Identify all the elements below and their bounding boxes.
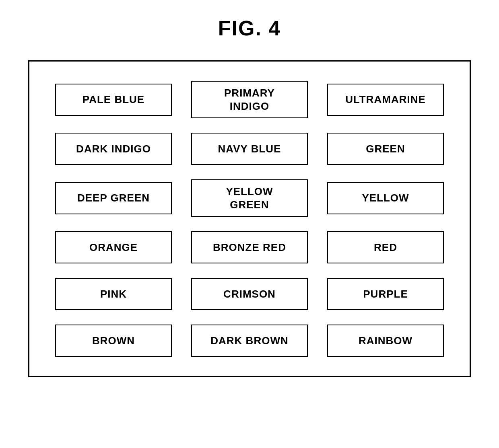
color-cell-2-1: YELLOWGREEN bbox=[181, 172, 318, 224]
color-cell-3-2: RED bbox=[318, 224, 454, 271]
color-label-2-0: DEEP GREEN bbox=[77, 191, 150, 205]
color-box-2-1[interactable]: YELLOWGREEN bbox=[191, 179, 308, 217]
color-label-1-1: NAVY BLUE bbox=[218, 142, 281, 156]
color-label-1-0: DARK INDIGO bbox=[76, 142, 151, 156]
color-box-4-0[interactable]: PINK bbox=[55, 278, 172, 310]
page-title: FIG. 4 bbox=[218, 16, 281, 40]
color-box-1-2[interactable]: GREEN bbox=[327, 133, 444, 165]
color-cell-2-2: YELLOW bbox=[318, 172, 454, 224]
color-box-4-2[interactable]: PURPLE bbox=[327, 278, 444, 310]
color-cell-1-0: DARK INDIGO bbox=[45, 125, 181, 172]
color-cell-4-1: CRIMSON bbox=[181, 271, 318, 317]
color-box-0-2[interactable]: ULTRAMARINE bbox=[327, 84, 444, 116]
color-label-5-2: RAINBOW bbox=[359, 334, 412, 347]
color-cell-3-1: BRONZE RED bbox=[181, 224, 318, 271]
color-label-4-2: PURPLE bbox=[363, 288, 408, 301]
color-box-2-0[interactable]: DEEP GREEN bbox=[55, 182, 172, 214]
color-box-2-2[interactable]: YELLOW bbox=[327, 182, 444, 214]
color-cell-4-0: PINK bbox=[45, 271, 181, 317]
grid-row-0: PALE BLUEPRIMARYINDIGOULTRAMARINE bbox=[45, 74, 454, 125]
grid-row-1: DARK INDIGONAVY BLUEGREEN bbox=[45, 125, 454, 172]
color-cell-0-1: PRIMARYINDIGO bbox=[181, 74, 318, 125]
color-box-5-0[interactable]: BROWN bbox=[55, 325, 172, 357]
grid-row-2: DEEP GREENYELLOWGREENYELLOW bbox=[45, 172, 454, 224]
color-cell-2-0: DEEP GREEN bbox=[45, 172, 181, 224]
color-label-3-0: ORANGE bbox=[89, 241, 138, 254]
color-label-0-1: PRIMARYINDIGO bbox=[224, 86, 275, 113]
color-cell-0-2: ULTRAMARINE bbox=[318, 74, 454, 125]
color-label-2-2: YELLOW bbox=[362, 191, 409, 205]
color-box-3-1[interactable]: BRONZE RED bbox=[191, 231, 308, 263]
color-box-1-1[interactable]: NAVY BLUE bbox=[191, 133, 308, 165]
color-grid-container: PALE BLUEPRIMARYINDIGOULTRAMARINEDARK IN… bbox=[28, 60, 471, 377]
color-cell-1-2: GREEN bbox=[318, 125, 454, 172]
color-label-3-1: BRONZE RED bbox=[213, 241, 286, 254]
grid-row-4: PINKCRIMSONPURPLE bbox=[45, 271, 454, 317]
color-cell-3-0: ORANGE bbox=[45, 224, 181, 271]
color-cell-0-0: PALE BLUE bbox=[45, 74, 181, 125]
color-label-5-1: DARK BROWN bbox=[210, 334, 288, 347]
color-cell-5-1: DARK BROWN bbox=[181, 317, 318, 364]
color-label-0-2: ULTRAMARINE bbox=[345, 93, 426, 106]
color-label-0-0: PALE BLUE bbox=[82, 93, 144, 106]
color-box-1-0[interactable]: DARK INDIGO bbox=[55, 133, 172, 165]
color-box-3-2[interactable]: RED bbox=[327, 231, 444, 263]
color-box-0-1[interactable]: PRIMARYINDIGO bbox=[191, 81, 308, 118]
color-cell-5-0: BROWN bbox=[45, 317, 181, 364]
color-cell-4-2: PURPLE bbox=[318, 271, 454, 317]
grid-row-3: ORANGEBRONZE REDRED bbox=[45, 224, 454, 271]
color-cell-5-2: RAINBOW bbox=[318, 317, 454, 364]
color-label-4-1: CRIMSON bbox=[223, 288, 276, 301]
color-box-4-1[interactable]: CRIMSON bbox=[191, 278, 308, 310]
color-label-1-2: GREEN bbox=[366, 142, 405, 156]
color-label-3-2: RED bbox=[374, 241, 397, 254]
color-label-4-0: PINK bbox=[100, 288, 127, 301]
color-cell-1-1: NAVY BLUE bbox=[181, 125, 318, 172]
color-label-5-0: BROWN bbox=[92, 334, 135, 347]
color-box-5-2[interactable]: RAINBOW bbox=[327, 325, 444, 357]
color-box-0-0[interactable]: PALE BLUE bbox=[55, 84, 172, 116]
color-box-5-1[interactable]: DARK BROWN bbox=[191, 325, 308, 357]
color-label-2-1: YELLOWGREEN bbox=[226, 185, 273, 211]
grid-row-5: BROWNDARK BROWNRAINBOW bbox=[45, 317, 454, 364]
color-box-3-0[interactable]: ORANGE bbox=[55, 231, 172, 263]
